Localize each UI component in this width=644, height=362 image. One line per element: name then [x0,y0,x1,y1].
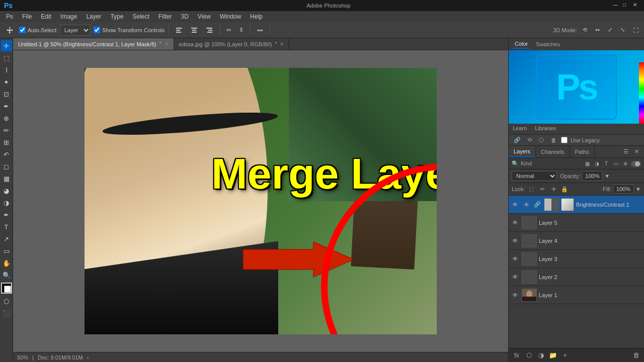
history-brush-tool[interactable]: ↶ [1,149,12,160]
layer-row-4[interactable]: 👁 Layer 4 [509,232,644,250]
layer-visibility-5[interactable]: 👁 [511,218,520,227]
blend-mode-select[interactable]: Normal Multiply Screen Overlay [512,171,557,181]
fill-input[interactable] [613,185,634,194]
tab-edssa[interactable]: edssa.jpg @ 100% (Layer 0, RGB/8#) * ✕ [174,38,290,50]
maximize-button[interactable]: □ [623,2,630,9]
hand-tool[interactable]: ✋ [1,257,12,268]
3d-tool-2[interactable]: ↭ [593,26,602,34]
magic-wand-tool[interactable]: ✦ [1,76,12,87]
filter-adjust-btn[interactable]: ◑ [593,159,601,167]
tab-libraries[interactable]: Libraries [531,124,560,134]
lasso-tool[interactable]: ⌇ [1,64,12,75]
layers-close-btn[interactable]: ✕ [632,147,641,156]
text-tool[interactable]: T [1,221,12,232]
layer-row-3[interactable]: 👁 Layer 3 [509,250,644,268]
menu-image[interactable]: Image [56,12,81,21]
move-tool-icon[interactable] [3,25,16,35]
layers-tab-paths[interactable]: Paths [570,146,595,157]
stamp-tool[interactable]: ⊞ [1,137,12,148]
filter-smart-btn[interactable]: ⊕ [621,159,629,167]
add-mask-btn[interactable]: ⬡ [524,350,534,360]
layer-visibility-2[interactable]: 👁 [511,273,520,282]
layer-select[interactable]: Layer Group [60,25,91,36]
menu-layer[interactable]: Layer [82,12,105,21]
color-spectrum-strip[interactable] [639,62,644,124]
tab-untitled[interactable]: Untitled-1 @ 50% (Brightness/Contrast 1,… [13,38,174,50]
pen-tool[interactable]: ✒ [1,209,12,220]
crop-tool[interactable]: ⊡ [1,88,12,100]
tab-swatches[interactable]: Swatches [534,40,562,48]
blur-tool[interactable]: ◕ [1,185,12,196]
foreground-background-swatch[interactable] [1,283,12,294]
layer-visibility-brightness[interactable]: 👁 [511,200,520,209]
minimize-button[interactable]: — [613,2,620,9]
gradient-tool[interactable]: ▦ [1,173,12,184]
layers-tab-layers[interactable]: Layers [509,146,536,157]
window-controls[interactable]: — □ ✕ [613,2,640,9]
lock-image-btn[interactable]: ✏ [538,185,547,194]
dist-h-btn[interactable]: ⇔ [224,26,233,34]
filter-pixel-btn[interactable]: ▦ [583,159,591,167]
brush-tool[interactable]: ✏ [1,125,12,136]
3d-tool-1[interactable]: ⟲ [580,26,590,34]
dodge-tool[interactable]: ◑ [1,197,12,208]
layer-lock-icon[interactable]: 🔗 [513,136,522,145]
delete-layer-btn[interactable]: 🗑 [631,350,641,360]
align-right-btn[interactable] [203,26,215,35]
close-button[interactable]: ✕ [633,2,640,9]
layer-row-2[interactable]: 👁 Layer 2 [509,268,644,286]
fill-arrow[interactable]: ▼ [635,186,641,192]
zoom-tool[interactable]: 🔍 [1,269,12,281]
layer-row-1[interactable]: 👁 Layer 1 [509,286,644,304]
add-fx-btn[interactable]: fx [512,350,522,360]
menu-window[interactable]: Window [216,12,246,21]
eyedropper-tool[interactable]: ✒ [1,101,12,112]
dist-v-btn[interactable]: ⇕ [236,26,246,34]
layer-row-5[interactable]: 👁 Layer 5 [509,214,644,232]
menu-3d[interactable]: 3D [177,12,192,21]
filter-shape-btn[interactable]: ▭ [612,159,620,167]
menu-ps[interactable]: Ps [2,12,17,21]
tab-untitled-close[interactable]: ✕ [165,41,169,47]
selection-tool[interactable]: ⬚ [1,52,12,63]
healing-brush-tool[interactable]: ⊕ [1,113,12,124]
layers-tab-channels[interactable]: Channels [536,146,570,157]
align-left-btn[interactable] [173,26,185,35]
layers-collapse-btn[interactable]: ☰ [621,147,630,156]
add-layer-btn[interactable]: + [560,350,570,360]
eraser-tool[interactable]: ◻ [1,161,12,172]
tab-learn[interactable]: Learn [509,124,531,134]
shape-tool[interactable]: ▭ [1,245,12,256]
canvas-viewport[interactable]: Merge Layers [13,50,508,352]
3d-tool-5[interactable]: ⛶ [630,26,641,34]
menu-file[interactable]: File [18,12,36,21]
opacity-arrow[interactable]: ▼ [604,173,610,179]
layer-visibility-3[interactable]: 👁 [511,254,520,263]
menu-type[interactable]: Type [106,12,127,21]
tab-edssa-close[interactable]: ✕ [280,41,284,47]
layer-visibility-4[interactable]: 👁 [511,236,520,245]
menu-view[interactable]: View [194,12,215,21]
menu-help[interactable]: Help [246,12,267,21]
auto-select-checkbox[interactable] [19,27,26,33]
menu-filter[interactable]: Filter [154,12,176,21]
screen-mode-tool[interactable]: ⬛ [1,308,12,319]
tab-color[interactable]: Color [513,40,530,49]
3d-tool-4[interactable]: ⤡ [618,26,627,34]
layer-link-icon[interactable]: ⟲ [525,136,534,145]
filter-toggle-btn[interactable] [631,161,641,167]
more-options-btn[interactable]: ••• [255,26,266,34]
lock-all-btn[interactable]: 🔒 [560,185,569,194]
3d-tool-3[interactable]: ⤢ [605,26,615,34]
opacity-input[interactable] [582,171,603,181]
nav-arrow[interactable]: › [87,354,89,360]
layer-row-brightness[interactable]: 👁 ☀ 🔗 Brightness/Contrast 1 [509,196,644,214]
show-transform-label[interactable]: Show Transform Controls [94,27,165,33]
lock-transparent-btn[interactable]: ⬚ [527,185,536,194]
layer-visibility-1[interactable]: 👁 [511,291,520,300]
move-tool[interactable]: ✛ [1,40,12,51]
layer-trash-icon[interactable]: 🗑 [549,136,558,145]
filter-text-btn[interactable]: T [602,159,610,167]
add-group-btn[interactable]: 📁 [548,350,558,360]
menu-edit[interactable]: Edit [37,12,55,21]
